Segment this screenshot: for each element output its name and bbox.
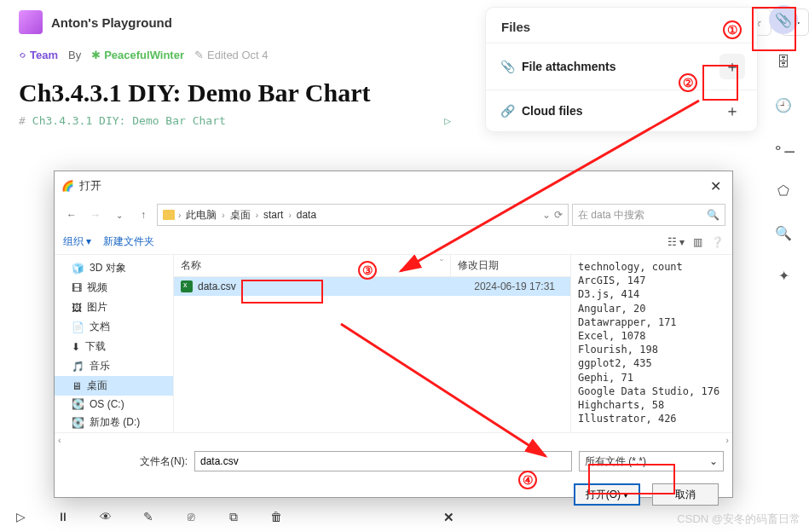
author-icon: ✱ [91,49,101,61]
chevron-down-icon: ⌄ [709,455,718,467]
rail-attach-button[interactable]: 📎 [769,5,798,34]
paperclip-icon: 📎 [775,12,792,28]
add-cloud-button[interactable]: ＋ [719,101,745,121]
tree-item[interactable]: 🖥桌面 [55,376,173,396]
team-badge[interactable]: Team [30,49,58,61]
file-row-selected[interactable]: data.csv 2024-06-19 17:31 [174,277,570,296]
nav-up-button[interactable]: ↑ [133,205,153,225]
folder-icon [163,210,175,220]
nav-forward-button[interactable]: → [85,205,106,225]
path-segment[interactable]: data [295,209,318,221]
rail-history-button[interactable]: 🕘 [769,90,798,119]
file-attachments-row[interactable]: 📎 File attachments ＋ [486,43,757,90]
organize-menu[interactable]: 组织 ▾ [63,234,91,249]
link-icon: 🔗 [498,104,517,118]
cancel-button[interactable]: 取消 [652,483,719,506]
edited-label: Edited Oct 4 [207,49,269,61]
preview-line: Excel, 1078 [578,329,725,343]
files-panel-header: Files [486,8,757,43]
clock-icon: 🕘 [775,97,792,113]
team-icon: ᨔ [19,48,26,61]
tree-item[interactable]: 💽新加卷 (D:) [55,413,173,432]
add-attachment-button[interactable]: ＋ [719,54,745,79]
file-attachments-label: File attachments [517,60,719,73]
edit-button[interactable]: ✎ [136,505,160,529]
column-name-header[interactable]: 名称 [181,259,201,271]
tree-icon: 📄 [72,321,84,333]
refresh-icon[interactable]: ⟳ [554,209,563,221]
nav-tree[interactable]: 🧊3D 对象🎞视频🖼图片📄文档⬇下载🎵音乐🖥桌面💽OS (C:)💽新加卷 (D:… [55,255,174,432]
run-button[interactable]: ▷ [9,505,32,529]
rail-dependencies-button[interactable]: ⚬⚊ [769,133,798,162]
preview-line: Gephi, 71 [578,371,725,385]
breadcrumb[interactable]: › 此电脑› 桌面› start› data ⌄ ⟳ [157,204,569,226]
rail-data-button[interactable]: 🗄 [769,48,798,77]
database-icon: 🗄 [777,55,790,70]
preview-line: Datawrapper, 171 [578,315,725,329]
pause-button[interactable]: ⏸ [51,505,75,529]
pencil-icon: ✎ [194,49,204,61]
tree-icon: 💽 [72,398,84,410]
rail-package-button[interactable]: ⬠ [769,176,798,205]
search-icon: 🔍 [775,225,792,241]
tree-item[interactable]: 🧊3D 对象 [55,258,173,278]
preview-line: Google Data Studio, 176 [578,385,725,398]
paperclip-icon: 📎 [498,60,517,73]
duplicate-button[interactable]: ⧉ [222,505,246,529]
excel-icon [181,280,193,292]
rail-ai-button[interactable]: ✦ [769,261,798,290]
preview-line: Flourish, 198 [578,343,725,356]
play-icon[interactable]: ▷ [444,114,451,127]
tree-item[interactable]: 🖼图片 [55,298,173,317]
tree-icon: 🖼 [72,302,82,314]
preview-line: ggplot2, 435 [578,356,725,370]
author-name[interactable]: PeacefulWinter [104,49,184,61]
search-input[interactable]: 在 data 中搜索 🔍 [572,204,725,226]
path-segment[interactable]: start [262,209,285,221]
preview-pane: technology, countArcGIS, 147D3.js, 414An… [570,255,732,432]
tree-item[interactable]: 💽OS (C:) [55,396,173,413]
file-name: data.csv [198,280,236,292]
nav-back-button[interactable]: ← [61,205,82,225]
close-cell-button[interactable]: ✕ [443,510,454,525]
tree-item[interactable]: 🎵音乐 [55,356,173,376]
open-button[interactable]: 打开(O) ▾ [574,483,640,506]
nav-recent-button[interactable]: ⌄ [109,205,130,225]
cloud-files-row[interactable]: 🔗 Cloud files ＋ [486,90,757,131]
preview-line: Angular, 20 [578,302,725,315]
cloud-files-label: Cloud files [517,104,719,118]
tree-item[interactable]: 🎞视频 [55,278,173,298]
horizontal-scrollbar[interactable]: ‹› [55,432,732,446]
path-segment[interactable]: 此电脑 [184,208,218,223]
tree-item[interactable]: ⬇下载 [55,337,173,356]
chevron-down-icon[interactable]: ⌄ [542,209,551,221]
tree-item[interactable]: 📄文档 [55,317,173,337]
close-button[interactable]: ✕ [705,176,725,196]
tree-icon: 🎞 [72,282,82,294]
rail-search-button[interactable]: 🔍 [769,218,798,247]
preview-line: Illustrator, 426 [578,412,725,425]
filetype-label: 所有文件 (*.*) [585,454,646,469]
path-segment[interactable]: 桌面 [228,208,252,223]
preview-toggle-button[interactable]: ▥ [693,236,702,248]
search-placeholder: 在 data 中搜索 [578,208,644,223]
tree-icon: 🧊 [72,263,84,275]
visibility-button[interactable]: 👁 [94,505,118,529]
delete-button[interactable]: 🗑 [264,505,288,529]
preview-line: ArcGIS, 147 [578,274,725,287]
help-button[interactable]: ❔ [711,236,724,248]
filename-input[interactable] [194,451,572,471]
file-list[interactable]: 名称 ˇ 修改日期 data.csv 2024-06-19 17:31 [174,255,570,432]
preview-line: technology, count [578,260,725,274]
chrome-icon: 🌈 [61,180,74,192]
filetype-select[interactable]: 所有文件 (*.*) ⌄ [579,451,724,471]
dialog-title: 打开 [79,178,705,194]
cube-icon: ⬠ [777,182,789,199]
tree-icon: 💽 [72,417,84,429]
new-folder-button[interactable]: 新建文件夹 [103,234,154,249]
split-button[interactable]: ⎚ [179,505,203,529]
view-mode-button[interactable]: ☷ ▾ [667,236,685,248]
app-icon [19,10,43,34]
preview-line: D3.js, 414 [578,287,725,301]
column-date-header[interactable]: 修改日期 [451,255,570,276]
